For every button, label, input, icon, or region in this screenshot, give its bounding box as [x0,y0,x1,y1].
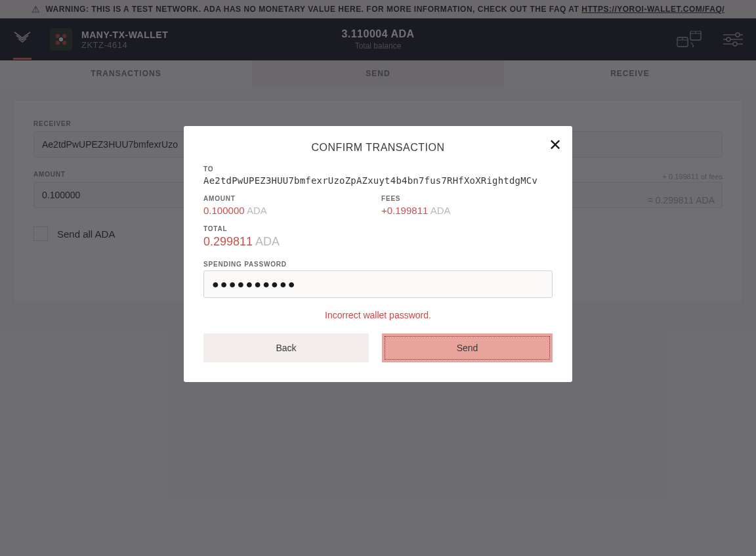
confirm-amount-label: AMOUNT [203,195,375,202]
modal-overlay: CONFIRM TRANSACTION ✕ TO Ae2tdPwUPEZ3HUU… [0,0,756,556]
confirm-transaction-modal: CONFIRM TRANSACTION ✕ TO Ae2tdPwUPEZ3HUU… [184,126,572,382]
modal-title: CONFIRM TRANSACTION [203,142,553,154]
confirm-fees-label: FEES [381,195,553,202]
confirm-total-label: TOTAL [203,225,553,232]
confirm-amount-value: 0.100000 ADA [203,205,375,216]
to-address: Ae2tdPwUPEZ3HUU7bmfexrUzoZpAZxuyt4b4bn7f… [203,175,553,186]
back-button[interactable]: Back [203,333,369,362]
send-button-label: Send [385,336,550,360]
confirm-total-value: 0.299811 ADA [203,235,553,249]
to-label: TO [203,165,553,173]
password-label: SPENDING PASSWORD [203,261,553,268]
send-button[interactable]: Send [382,333,553,362]
password-error: Incorrect wallet password. [203,310,553,320]
close-icon[interactable]: ✕ [549,137,562,153]
spending-password-input[interactable] [203,270,553,298]
confirm-fees-value: +0.199811 ADA [381,205,553,216]
